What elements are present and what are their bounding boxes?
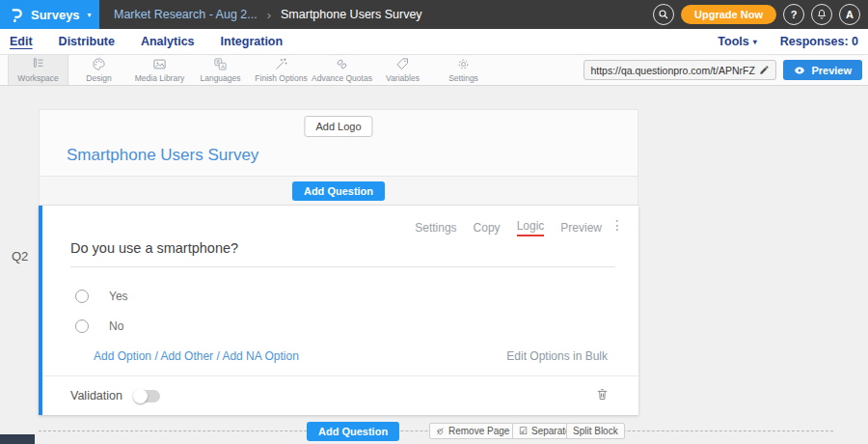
- add-option-link[interactable]: Add Option: [94, 349, 151, 363]
- answer-option-label[interactable]: No: [109, 319, 123, 333]
- search-button[interactable]: [653, 4, 674, 25]
- translate-icon: A: [213, 57, 228, 71]
- question-tabs: Settings Copy Logic Preview: [415, 219, 602, 236]
- avatar[interactable]: A: [839, 4, 860, 25]
- tool-settings[interactable]: Settings: [433, 55, 494, 85]
- product-name: Surveys: [31, 8, 80, 22]
- nav-tabs: Edit Distribute Analytics Integration: [0, 35, 283, 48]
- validation-toggle[interactable]: [134, 390, 160, 402]
- editor-toolbar: Workspace Design Media Library A Languag…: [0, 55, 868, 86]
- tool-languages[interactable]: A Languages: [190, 55, 251, 85]
- split-block-button[interactable]: Split Block: [566, 423, 625, 439]
- survey-editor-screen: Surveys ▾ Market Research - Aug 2... › S…: [0, 0, 868, 444]
- question-more-menu[interactable]: ⋮: [610, 218, 624, 232]
- preview-label: Preview: [811, 65, 852, 76]
- tool-label: Workspace: [17, 73, 58, 83]
- breadcrumb-folder[interactable]: Market Research - Aug 2...: [114, 8, 258, 21]
- question-number: Q2: [12, 249, 28, 264]
- questionpro-logo-icon: [9, 7, 23, 23]
- answer-option-label[interactable]: Yes: [109, 290, 128, 303]
- remove-page-break-icon: [436, 427, 445, 435]
- chevron-down-icon: ▾: [753, 38, 757, 46]
- bottom-left-widget: [0, 434, 35, 444]
- survey-header-card: Add Logo Smartphone Users Survey: [39, 109, 638, 177]
- edit-options-in-bulk-link[interactable]: Edit Options in Bulk: [506, 349, 608, 363]
- question-text[interactable]: Do you use a smartphone?: [70, 240, 615, 267]
- chip-label: Split Block: [573, 426, 618, 436]
- responses-count[interactable]: Responses: 0: [780, 35, 858, 48]
- tool-variables[interactable]: Variables: [372, 55, 433, 85]
- delete-question-button[interactable]: [595, 386, 610, 406]
- survey-url-input[interactable]: [590, 65, 755, 76]
- tool-label: Variables: [386, 73, 420, 83]
- nav-tab-analytics[interactable]: Analytics: [141, 35, 195, 48]
- add-other-link[interactable]: Add Other: [160, 349, 213, 363]
- add-question-strip: Add Question: [39, 177, 638, 206]
- notifications-button[interactable]: [811, 4, 832, 25]
- question-tab-preview[interactable]: Preview: [560, 221, 602, 235]
- search-icon: [658, 9, 669, 20]
- main-nav: Edit Distribute Analytics Integration To…: [0, 29, 868, 55]
- tool-label: Settings: [448, 73, 478, 83]
- tool-label: Languages: [200, 73, 240, 83]
- checkbox-icon: ☑: [519, 427, 528, 436]
- magic-wand-icon: [274, 57, 288, 71]
- add-question-button-bottom[interactable]: Add Question: [307, 422, 399, 441]
- gear-icon: [456, 57, 471, 71]
- question-tab-copy[interactable]: Copy: [474, 221, 501, 235]
- tag-icon: [395, 57, 410, 71]
- help-button[interactable]: ?: [783, 4, 804, 25]
- palette-icon: [92, 57, 106, 71]
- breadcrumb-survey-title: Smartphone Users Survey: [281, 8, 422, 21]
- tool-advance-quotas[interactable]: Advance Quotas: [312, 55, 372, 85]
- tool-label: Finish Options: [255, 73, 307, 83]
- add-na-option-link[interactable]: Add NA Option: [222, 349, 298, 363]
- option-links: Add Option / Add Other / Add NA Option: [94, 349, 299, 363]
- add-question-button-top[interactable]: Add Question: [292, 181, 385, 201]
- toolbar-right: Preview: [583, 55, 868, 85]
- question-card: Settings Copy Logic Preview ⋮ Do you use…: [39, 206, 638, 415]
- link-separator: /: [151, 349, 160, 363]
- question-tab-settings[interactable]: Settings: [415, 221, 456, 235]
- tool-label: Media Library: [135, 73, 185, 83]
- tools-menu[interactable]: Tools ▾: [718, 35, 756, 48]
- nav-tab-edit[interactable]: Edit: [10, 35, 33, 48]
- eye-icon: [794, 65, 805, 76]
- answer-option-row[interactable]: Yes: [75, 290, 128, 303]
- tools-label: Tools: [718, 35, 748, 48]
- breadcrumb-chevron-icon: ›: [267, 8, 271, 22]
- add-logo-button[interactable]: Add Logo: [304, 116, 372, 137]
- preview-button[interactable]: Preview: [783, 60, 862, 80]
- top-bar: Surveys ▾ Market Research - Aug 2... › S…: [0, 0, 868, 29]
- product-menu[interactable]: Surveys ▾: [0, 0, 99, 29]
- breadcrumb: Market Research - Aug 2... › Smartphone …: [114, 8, 422, 22]
- question-divider: [42, 375, 638, 376]
- tool-design[interactable]: Design: [68, 55, 129, 85]
- toggle-knob: [133, 389, 148, 403]
- answer-option-row[interactable]: No: [75, 319, 123, 333]
- nav-right: Tools ▾ Responses: 0: [718, 35, 868, 48]
- validation-row: Validation: [70, 389, 160, 402]
- nav-tab-integration[interactable]: Integration: [221, 35, 284, 48]
- tool-label: Design: [86, 73, 111, 83]
- survey-title[interactable]: Smartphone Users Survey: [67, 146, 258, 165]
- topbar-actions: Upgrade Now ? A: [653, 4, 868, 25]
- chevron-down-icon: ▾: [88, 11, 92, 19]
- tool-label: Advance Quotas: [312, 73, 372, 83]
- upgrade-now-button[interactable]: Upgrade Now: [681, 5, 776, 24]
- radio-icon[interactable]: [75, 319, 89, 333]
- question-tab-logic[interactable]: Logic: [517, 219, 545, 236]
- tool-workspace[interactable]: Workspace: [8, 55, 68, 85]
- chain-link-icon: [335, 57, 349, 71]
- validation-label: Validation: [70, 389, 122, 402]
- nav-tab-distribute[interactable]: Distribute: [59, 35, 115, 48]
- tool-finish-options[interactable]: Finish Options: [251, 55, 312, 85]
- image-icon: [152, 57, 167, 71]
- edit-url-pencil-icon[interactable]: [759, 65, 770, 75]
- tool-media-library[interactable]: Media Library: [129, 55, 190, 85]
- workspace-icon: [31, 57, 45, 71]
- bell-icon: [816, 9, 827, 20]
- footer-add-question: Add Question: [307, 422, 399, 441]
- trash-icon: [595, 386, 610, 402]
- radio-icon[interactable]: [75, 290, 89, 303]
